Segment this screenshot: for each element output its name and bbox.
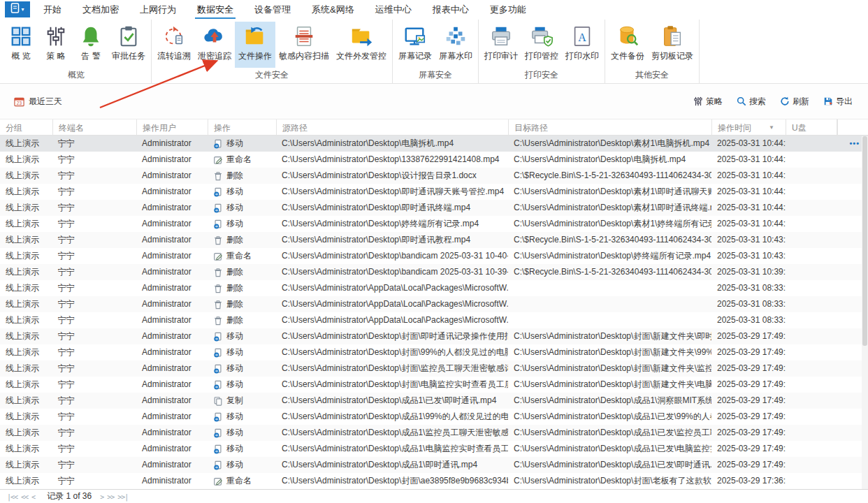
table-row[interactable]: 线上演示宁宁Administrator移动C:\Users\Administra… [0, 344, 868, 360]
cell-target-path: C:\Users\Administrator\Desktop\婷终端所有记录.m… [508, 248, 711, 264]
menu-tab-report-center[interactable]: 报表中心 [422, 0, 479, 20]
table-row[interactable]: 线上演示宁宁Administrator复制C:\Users\Administra… [0, 393, 868, 409]
vertical-scrollbar[interactable] [862, 136, 868, 489]
table-row[interactable]: 线上演示宁宁Administrator删除C:\Users\Administra… [0, 296, 868, 312]
table-row[interactable]: 线上演示宁宁Administrator移动C:\Users\Administra… [0, 457, 868, 473]
fast-prev-page-button[interactable]: << [21, 493, 28, 501]
ribbon-button-print-audit[interactable]: 打印审计 [481, 22, 521, 68]
ribbon-button-approval-tasks[interactable]: 审批任务 [108, 22, 149, 68]
column-header-label: 操作时间 [718, 119, 751, 136]
table-row[interactable]: 线上演示宁宁Administrator删除C:\Users\Administra… [0, 168, 868, 184]
table-row[interactable]: 线上演示宁宁Administrator删除C:\Users\Administra… [0, 264, 868, 280]
column-header-6[interactable]: 操作时间▼ [711, 119, 786, 136]
ribbon-button-label: 文件备份 [611, 50, 644, 62]
cell-usb [786, 312, 837, 328]
last-page-button[interactable]: >>| [117, 493, 128, 501]
ribbon-button-file-outgoing-control[interactable]: 文件外发管控 [333, 22, 390, 68]
ribbon-button-file-operation[interactable]: 文件操作 [235, 22, 275, 68]
fast-next-page-button[interactable]: >> [107, 493, 114, 501]
app-menu-button[interactable]: ▾ [5, 1, 30, 17]
table-row[interactable]: 线上演示宁宁Administrator移动C:\Users\Administra… [0, 377, 868, 393]
table-row[interactable]: 线上演示宁宁Administrator重命名C:\Users\Administr… [0, 473, 868, 489]
table-row[interactable]: 线上演示宁宁Administrator重命名C:\Users\Administr… [0, 152, 868, 168]
ribbon-group-1: 流转追溯泄密追踪文件操作敏感内容扫描文件外发管控文件安全 [152, 20, 393, 83]
menu-tab-ops-center[interactable]: 运维中心 [365, 0, 422, 20]
ribbon-button-sensitive-content-scan[interactable]: 敏感内容扫描 [275, 22, 333, 68]
cell-terminal: 宁宁 [52, 296, 136, 312]
column-header-2[interactable]: 操作用户 [136, 119, 208, 136]
printer-icon [489, 24, 513, 48]
table-row[interactable]: 线上演示宁宁Administrator移动C:\Users\Administra… [0, 136, 868, 152]
ribbon-button-file-backup[interactable]: 文件备份 [607, 22, 648, 68]
column-header-8[interactable] [837, 119, 868, 136]
sort-indicator-icon[interactable]: ▼ [769, 119, 774, 136]
menu-tab-device-management[interactable]: 设备管理 [244, 0, 301, 20]
next-page-button[interactable]: > [100, 493, 103, 501]
search-button[interactable]: 搜索 [737, 96, 766, 108]
operation-label: 移动 [226, 360, 243, 377]
date-range-filter[interactable]: 23 最近三天 [14, 96, 62, 108]
ribbon-button-overview[interactable]: 概 览 [3, 22, 38, 68]
ribbon-button-alert[interactable]: 告 警 [73, 22, 108, 68]
menu-tab-more-features[interactable]: 更多功能 [479, 0, 537, 20]
table-row[interactable]: 线上演示宁宁Administrator移动C:\Users\Administra… [0, 216, 868, 232]
ribbon-button-screen-watermark[interactable]: 屏幕水印 [435, 22, 476, 68]
menu-tab-start[interactable]: 开始 [33, 0, 72, 20]
cell-time: 2025-03-29 17:49:55 [711, 360, 786, 377]
ribbon-button-screen-record[interactable]: 屏幕记录 [395, 22, 435, 68]
cell-terminal: 宁宁 [52, 216, 136, 232]
ribbon-button-print-control[interactable]: 打印管控 [521, 22, 562, 68]
first-page-button[interactable]: |<< [7, 493, 17, 501]
table-row[interactable]: 线上演示宁宁Administrator移动C:\Users\Administra… [0, 200, 868, 216]
table-row[interactable]: 线上演示宁宁Administrator删除C:\Users\Administra… [0, 280, 868, 296]
delete-icon [213, 284, 223, 293]
pager-left: |<<<<< [7, 492, 38, 502]
bell-icon [79, 24, 103, 48]
cell-group: 线上演示 [0, 328, 52, 344]
ribbon-button-policy[interactable]: 策 略 [38, 22, 73, 68]
table-row[interactable]: 线上演示宁宁Administrator移动C:\Users\Administra… [0, 184, 868, 200]
prev-page-button[interactable]: < [31, 493, 35, 501]
cell-user: Administrator [136, 152, 208, 168]
ribbon-button-clipboard-record[interactable]: 剪切板记录 [648, 22, 697, 68]
table-row[interactable]: 线上演示宁宁Administrator删除C:\Users\Administra… [0, 312, 868, 328]
table-row[interactable]: 线上演示宁宁Administrator移动C:\Users\Administra… [0, 360, 868, 377]
cell-usb [786, 168, 837, 184]
table-row[interactable]: 线上演示宁宁Administrator移动C:\Users\Administra… [0, 441, 868, 457]
column-header-1[interactable]: 终端名 [52, 119, 136, 136]
column-header-7[interactable]: U盘 [786, 119, 837, 136]
table-row[interactable]: 线上演示宁宁Administrator移动C:\Users\Administra… [0, 409, 868, 425]
cell-user: Administrator [136, 409, 208, 425]
column-header-5[interactable]: 目标路径 [508, 119, 711, 136]
cell-usb [786, 393, 837, 409]
ribbon-button-label: 流转追溯 [157, 50, 191, 62]
cell-target-path: C:\Users\Administrator\Desktop\素材1\即时通讯终… [508, 200, 711, 216]
policy-button[interactable]: 策略 [693, 96, 723, 108]
ribbon-button-print-watermark[interactable]: A打印水印 [562, 22, 602, 68]
menu-tab-system-network[interactable]: 系统&网络 [301, 0, 365, 20]
svg-text:23: 23 [17, 101, 22, 105]
scrollbar-thumb[interactable] [862, 136, 867, 346]
cell-user: Administrator [136, 136, 208, 152]
cell-usb [786, 296, 837, 312]
refresh-button[interactable]: 刷新 [780, 96, 809, 108]
table-row[interactable]: 线上演示宁宁Administrator移动C:\Users\Administra… [0, 425, 868, 441]
menu-tab-net-behavior[interactable]: 上网行为 [129, 0, 187, 20]
table-row[interactable]: 线上演示宁宁Administrator重命名C:\Users\Administr… [0, 248, 868, 264]
ribbon-button-leak-tracking[interactable]: 泄密追踪 [194, 22, 235, 68]
table-row[interactable]: 线上演示宁宁Administrator删除C:\Users\Administra… [0, 232, 868, 248]
ribbon-group-0: 概 览策 略告 警审批任务概览 [1, 20, 152, 83]
export-icon [823, 96, 833, 106]
menu-tab-data-security[interactable]: 数据安全 [187, 0, 244, 20]
menu-tab-doc-encryption[interactable]: 文档加密 [72, 0, 129, 20]
column-header-0[interactable]: 分组 [0, 119, 52, 136]
export-button[interactable]: 导出 [823, 96, 853, 108]
cell-usb [786, 280, 837, 296]
delete-icon [213, 268, 223, 277]
table-row[interactable]: 线上演示宁宁Administrator移动C:\Users\Administra… [0, 328, 868, 344]
column-header-3[interactable]: 操作 [208, 119, 276, 136]
ribbon-button-circulation-trace[interactable]: 流转追溯 [154, 22, 194, 68]
move-icon [213, 219, 223, 229]
cell-usb [786, 216, 837, 232]
column-header-4[interactable]: 源路径 [276, 119, 508, 136]
